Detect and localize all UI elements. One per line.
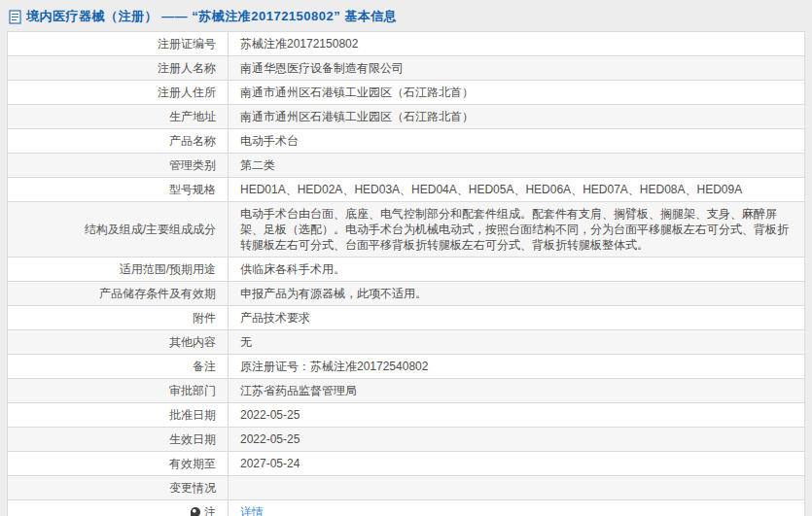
row-label-text: 注册人名称 (158, 61, 216, 75)
row-label-text: 产品名称 (169, 134, 216, 148)
row-label-text: 批准日期 (169, 408, 216, 422)
table-body: 注册证编号苏械注准20172150802注册人名称南通华恩医疗设备制造有限公司注… (8, 32, 805, 516)
row-value-text: 第二类 (240, 158, 275, 172)
row-value (229, 476, 805, 500)
row-label: 型号规格 (8, 178, 229, 202)
row-label: 有效期至 (8, 452, 229, 476)
row-label: 管理类别 (8, 154, 229, 178)
row-label: 产品名称 (8, 129, 229, 154)
row-label: 批准日期 (8, 403, 229, 428)
table-row: 变更情况 (8, 476, 805, 500)
row-label-text: 生产地址 (169, 110, 216, 123)
row-value-text: 产品技术要求 (240, 311, 310, 325)
row-value-text: 电动手术台由台面、底座、电气控制部分和配套件组成。配套件有支肩、搁臂板、搁腿架、… (240, 207, 789, 252)
table-row: 其他内容无 (8, 330, 805, 355)
row-label-text: 变更情况 (169, 481, 216, 495)
table-row: 注册人住所南通市通州区石港镇工业园区（石江路北首） (8, 81, 805, 105)
row-label: 注册人名称 (8, 56, 229, 81)
table-row: 型号规格HED01A、HED02A、HED03A、HED04A、HED05A、H… (8, 178, 805, 202)
row-label-text: 其他内容 (169, 335, 216, 349)
row-label: 注册证编号 (8, 32, 229, 56)
row-value-text: 苏械注准20172150802 (240, 37, 358, 51)
row-label-text: 注册证编号 (158, 37, 216, 51)
row-label: 审批部门 (8, 379, 229, 403)
row-value: 苏械注准20172150802 (229, 32, 805, 56)
registration-info-table: 注册证编号苏械注准20172150802注册人名称南通华恩医疗设备制造有限公司注… (7, 31, 805, 516)
row-label-text: 注册人住所 (158, 86, 216, 99)
detail-link[interactable]: 详情 (240, 505, 264, 516)
row-label: 注 (8, 500, 229, 516)
page-header: 境内医疗器械（注册） —— “苏械注准20172150802” 基本信息 (0, 0, 812, 31)
row-label-text: 产品储存条件及有效期 (99, 287, 216, 300)
row-label-text: 注 (204, 505, 216, 516)
row-value: 无 (229, 330, 805, 355)
row-label-text: 有效期至 (169, 457, 216, 470)
table-row: 适用范围/预期用途供临床各科手术用。 (8, 258, 805, 282)
row-value-text: 原注册证号：苏械注准20172540802 (240, 360, 428, 373)
table-row: 注册人名称南通华恩医疗设备制造有限公司 (8, 56, 805, 81)
row-value: HED01A、HED02A、HED03A、HED04A、HED05A、HED06… (229, 178, 805, 202)
row-label-text: 审批部门 (169, 384, 216, 397)
table-row: 产品名称电动手术台 (8, 129, 805, 154)
table-row: 附件产品技术要求 (8, 306, 805, 330)
row-label-text: 附件 (193, 311, 216, 325)
row-value: 供临床各科手术用。 (229, 258, 805, 282)
page-title: 境内医疗器械（注册） —— “苏械注准20172150802” 基本信息 (26, 8, 397, 25)
row-value: 南通华恩医疗设备制造有限公司 (229, 56, 805, 81)
table-row: 生效日期2022-05-25 (8, 428, 805, 452)
row-value-text: 2027-05-24 (240, 457, 300, 470)
row-label: 适用范围/预期用途 (8, 258, 229, 282)
row-value: 2022-05-25 (229, 428, 805, 452)
document-icon (9, 10, 21, 24)
row-value-text: 供临床各科手术用。 (240, 262, 345, 276)
row-label: 结构及组成/主要组成成分 (8, 202, 229, 258)
row-value-text: 电动手术台 (240, 134, 299, 148)
row-value: 2022-05-25 (229, 403, 805, 428)
table-row: 有效期至2027-05-24 (8, 452, 805, 476)
row-value-text: 南通市通州区石港镇工业园区（石江路北首） (240, 86, 474, 99)
row-label-text: 适用范围/预期用途 (120, 262, 216, 276)
row-label-text: 结构及组成/主要组成成分 (85, 223, 216, 236)
table-row: 备注原注册证号：苏械注准20172540802 (8, 355, 805, 379)
row-value: 详情 (229, 500, 805, 516)
row-value: 产品技术要求 (229, 306, 805, 330)
row-label-text: 生效日期 (169, 432, 216, 446)
table-row: 审批部门江苏省药品监督管理局 (8, 379, 805, 403)
table-row: 结构及组成/主要组成成分电动手术台由台面、底座、电气控制部分和配套件组成。配套件… (8, 202, 805, 258)
row-value-text: 申报产品为有源器械，此项不适用。 (240, 287, 427, 300)
table-row: 管理类别第二类 (8, 154, 805, 178)
row-label-text: 备注 (193, 360, 216, 373)
row-value: 江苏省药品监督管理局 (229, 379, 805, 403)
row-label: 注册人住所 (8, 81, 229, 105)
row-value-text: 2022-05-25 (240, 432, 300, 446)
row-value-text: 南通华恩医疗设备制造有限公司 (240, 61, 404, 75)
row-label: 生效日期 (8, 428, 229, 452)
row-value: 南通市通州区石港镇工业园区（石江路北首） (229, 105, 805, 129)
table-row: 注册证编号苏械注准20172150802 (8, 32, 805, 56)
row-label: 变更情况 (8, 476, 229, 500)
row-value-text: 2022-05-25 (240, 408, 300, 422)
row-value: 第二类 (229, 154, 805, 178)
row-value: 南通市通州区石港镇工业园区（石江路北首） (229, 81, 805, 105)
row-value-text: 江苏省药品监督管理局 (240, 384, 357, 397)
table-row: 产品储存条件及有效期申报产品为有源器械，此项不适用。 (8, 282, 805, 306)
row-value: 原注册证号：苏械注准20172540802 (229, 355, 805, 379)
row-label-text: 管理类别 (169, 158, 216, 172)
table-row: 批准日期2022-05-25 (8, 403, 805, 428)
note-icon (191, 507, 200, 516)
row-label-text: 型号规格 (169, 183, 216, 196)
row-value: 2027-05-24 (229, 452, 805, 476)
row-label: 产品储存条件及有效期 (8, 282, 229, 306)
row-value-text: 无 (240, 335, 252, 349)
row-value: 申报产品为有源器械，此项不适用。 (229, 282, 805, 306)
row-value: 电动手术台由台面、底座、电气控制部分和配套件组成。配套件有支肩、搁臂板、搁腿架、… (229, 202, 805, 258)
table-row: 生产地址南通市通州区石港镇工业园区（石江路北首） (8, 105, 805, 129)
row-value-text: 南通市通州区石港镇工业园区（石江路北首） (240, 110, 474, 123)
row-label: 其他内容 (8, 330, 229, 355)
row-label: 备注 (8, 355, 229, 379)
row-label: 附件 (8, 306, 229, 330)
row-value: 电动手术台 (229, 129, 805, 154)
row-label: 生产地址 (8, 105, 229, 129)
row-value-text: HED01A、HED02A、HED03A、HED04A、HED05A、HED06… (240, 183, 742, 196)
table-row: 注详情 (8, 500, 805, 516)
